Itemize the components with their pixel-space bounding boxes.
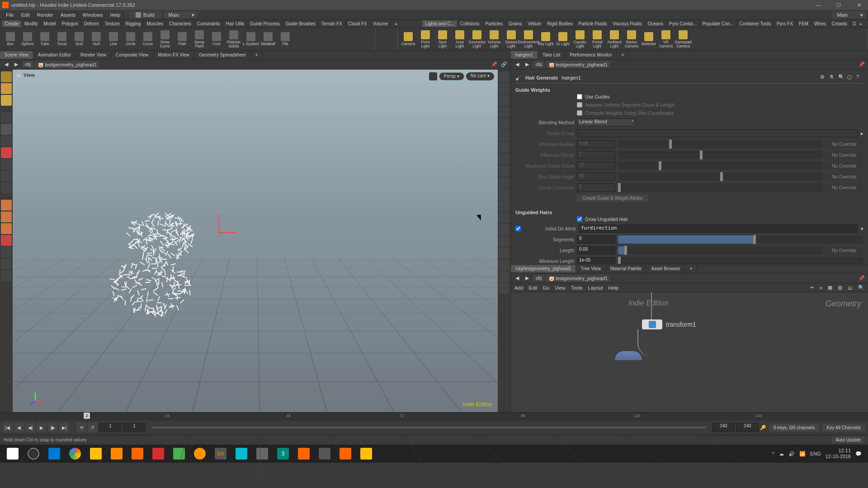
shelf-tool[interactable]: Draw Curve bbox=[156, 29, 174, 50]
shelf-tab[interactable]: Pyro Contai... bbox=[666, 20, 700, 27]
disp-9[interactable] bbox=[499, 165, 509, 176]
shelf-tool[interactable]: Volume Light bbox=[486, 29, 503, 50]
disp-15[interactable] bbox=[499, 236, 509, 247]
guidegroup-picker[interactable]: ▸ bbox=[861, 131, 863, 136]
shelf-add-right[interactable]: + bbox=[856, 20, 866, 28]
shelf-tab[interactable]: Collisions bbox=[458, 20, 483, 27]
shelf-tool[interactable]: Caustic Light bbox=[571, 29, 589, 50]
shelf-tab[interactable]: Muscles bbox=[144, 20, 166, 27]
shelf-tab[interactable]: Vellum bbox=[525, 20, 544, 27]
menu-assets[interactable]: Assets bbox=[57, 11, 79, 19]
nav-back[interactable]: ◀ bbox=[2, 61, 10, 69]
shelf-tool[interactable]: Metaball bbox=[259, 29, 277, 50]
length-input[interactable]: 0.05 bbox=[577, 246, 615, 254]
net-path-node[interactable]: 🐷 testgeometry_pighead1 bbox=[546, 275, 610, 282]
viewport[interactable]: ▦ View ↗ ↘ ⟲ Persp ▾ No cam ▾ Indie Edit… bbox=[0, 70, 510, 412]
shelf-tab[interactable]: Drive Simula... bbox=[850, 20, 856, 27]
grow-checkbox[interactable] bbox=[577, 216, 582, 222]
arrow-tool[interactable] bbox=[1, 112, 12, 123]
shelf-tool[interactable]: Tube bbox=[36, 29, 53, 50]
tool-b1[interactable] bbox=[1, 136, 12, 146]
viewport-canvas[interactable]: ▦ View ↗ ↘ ⟲ Persp ▾ No cam ▾ Indie Edit… bbox=[13, 70, 498, 412]
disp-16[interactable] bbox=[499, 248, 509, 258]
initial-dir-checkbox[interactable] bbox=[515, 226, 521, 231]
shelf-tool[interactable]: Point Light bbox=[417, 29, 434, 50]
gear-icon[interactable]: ⚙ bbox=[820, 74, 827, 81]
net-tab-material[interactable]: Material Palette bbox=[606, 265, 646, 272]
select-tool[interactable] bbox=[1, 71, 12, 82]
tool-b4[interactable] bbox=[1, 171, 12, 182]
net-tool-5[interactable]: 🗂 bbox=[848, 285, 853, 291]
shelf-add-left[interactable]: + bbox=[391, 20, 401, 28]
shelf-tool[interactable]: Grid bbox=[71, 29, 88, 50]
length-slider[interactable] bbox=[618, 246, 822, 254]
lock-icon[interactable] bbox=[429, 72, 437, 80]
shelf-tab[interactable]: Deform bbox=[81, 20, 102, 27]
shelf-tool[interactable]: Box bbox=[2, 29, 19, 50]
shelf-tab[interactable]: Polygon bbox=[59, 20, 81, 27]
brush-1[interactable] bbox=[1, 200, 12, 211]
shelf-tab[interactable]: Guide Brushes bbox=[283, 20, 319, 27]
disp-2[interactable] bbox=[499, 83, 509, 94]
create-attribs-button[interactable]: Create Guide & Weight Attribs bbox=[577, 194, 648, 202]
param-path-node[interactable]: 🐷 testgeometry_pighead1 bbox=[546, 61, 610, 68]
shelf-tab[interactable]: Oceans bbox=[645, 20, 666, 27]
net-menu-layout[interactable]: Layout bbox=[588, 285, 603, 291]
min-length-input[interactable]: 1e-05 bbox=[577, 257, 615, 264]
timeline-ruler[interactable]: 2 24487296120144 bbox=[0, 413, 868, 421]
shelf-tool[interactable]: Sky Light bbox=[537, 29, 554, 50]
main-dropdown[interactable]: Main bbox=[164, 11, 198, 19]
shelf-tab[interactable]: Particles bbox=[483, 20, 506, 27]
min-length-slider[interactable] bbox=[618, 257, 863, 264]
shelf-tab[interactable]: Wires bbox=[811, 20, 829, 27]
disp-8[interactable] bbox=[499, 154, 509, 164]
tab-perfmon[interactable]: Performance Monitor bbox=[565, 51, 617, 59]
disp-14[interactable] bbox=[499, 224, 509, 235]
disp-13[interactable] bbox=[499, 212, 509, 223]
filter-icon[interactable]: ⚗ bbox=[829, 74, 836, 81]
network-node-transform1[interactable]: transform1 bbox=[642, 319, 696, 329]
param-pin[interactable]: 📌 bbox=[858, 61, 866, 69]
shelf-tab[interactable]: Characters bbox=[166, 20, 194, 27]
net-tool-4[interactable]: ▥ bbox=[838, 285, 842, 291]
shelf-tool[interactable]: Portal Light bbox=[589, 29, 606, 50]
net-tab-add[interactable]: + bbox=[685, 265, 698, 272]
disp-1[interactable] bbox=[499, 71, 509, 82]
shelf-tool[interactable]: GI Light bbox=[554, 29, 571, 50]
shelf-tool[interactable]: Sphere bbox=[19, 29, 36, 50]
node-body[interactable] bbox=[642, 319, 662, 329]
frame-marker[interactable]: 2 bbox=[84, 413, 90, 419]
shelf-tool[interactable]: Environment Light bbox=[520, 29, 537, 50]
disp-3[interactable] bbox=[499, 95, 509, 106]
net-pin[interactable]: 📌 bbox=[858, 274, 866, 282]
path-node[interactable]: 🐷 testgeometry_pighead1 bbox=[35, 61, 99, 68]
shelf-tab[interactable]: FEM bbox=[796, 20, 811, 27]
tab-motion-fx[interactable]: Motion FX View bbox=[153, 51, 194, 59]
shelf-tool[interactable]: File bbox=[277, 29, 294, 50]
shelf-tab[interactable]: Viscous Fluids bbox=[610, 20, 645, 27]
shelf-tab[interactable]: Modify bbox=[22, 20, 41, 27]
path-obj[interactable]: obj bbox=[22, 61, 33, 68]
shelf-tool[interactable]: Path bbox=[174, 29, 191, 50]
segments-input[interactable]: 8 bbox=[577, 235, 615, 244]
initial-dir-picker[interactable]: ▾ bbox=[861, 226, 863, 232]
tab-render-view[interactable]: Render View bbox=[76, 51, 111, 59]
shelf-tool[interactable]: Null bbox=[88, 29, 105, 50]
brush-3[interactable] bbox=[1, 223, 12, 234]
net-tab-asset[interactable]: Asset Browser bbox=[646, 265, 685, 272]
network-canvas[interactable]: Indie Edition Geometry transform1 bbox=[511, 292, 868, 412]
view-menu-icon[interactable]: ▦ bbox=[16, 72, 21, 78]
net-node-partial[interactable] bbox=[615, 351, 642, 360]
camera-nocam[interactable]: No cam ▾ bbox=[466, 72, 494, 80]
net-tool-6[interactable]: 🔍 bbox=[858, 285, 864, 291]
net-tool-3[interactable]: ▦ bbox=[828, 285, 832, 291]
pin-icon[interactable]: 📌 bbox=[490, 61, 498, 69]
tab-add[interactable]: + bbox=[250, 51, 263, 59]
menu-help[interactable]: Help bbox=[106, 11, 124, 19]
search-icon[interactable]: 🔍 bbox=[838, 74, 845, 81]
shelf-tool[interactable]: Curve bbox=[139, 29, 156, 50]
shelf-tool[interactable]: Platonic Solids bbox=[225, 29, 242, 50]
shelf-tab[interactable]: Constraints bbox=[194, 20, 223, 27]
net-menu-help[interactable]: Help bbox=[609, 285, 619, 291]
desktop-selector[interactable]: Build bbox=[129, 11, 161, 19]
